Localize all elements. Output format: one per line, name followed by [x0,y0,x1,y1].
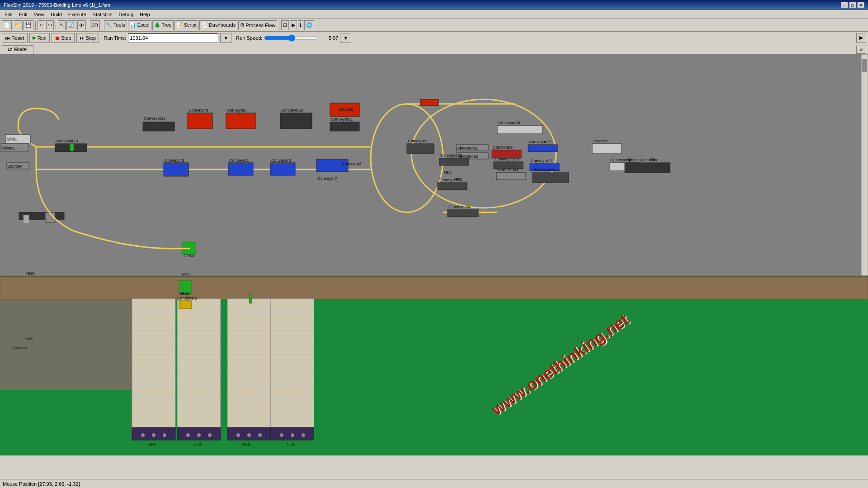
svg-text:MergeSort1: MergeSort1 [497,168,519,172]
svg-text:Injection Moulding: Injection Moulding [626,158,659,162]
bottom-section: www.onethinking.net NN7 [0,276,868,455]
close-button[interactable]: ✕ [857,2,864,8]
script-button[interactable]: 📝 Script [175,20,198,30]
stop-button[interactable]: ⏹ Stop [52,33,75,43]
svg-text:Conveyor7: Conveyor7 [408,139,428,143]
svg-text:Conveyor5: Conveyor5 [165,158,184,163]
svg-rect-47 [438,183,467,190]
dashboards-button[interactable]: 📈 Dashboards [199,20,237,30]
svg-text:BlowMoulding: BlowMoulding [533,168,559,172]
undo-button[interactable]: ↩ [38,20,45,30]
view-button[interactable]: 👁 [77,20,86,30]
svg-point-111 [186,433,190,437]
process-flow-button[interactable]: ⚙ Process Flow [238,20,277,30]
speed-slider[interactable] [264,34,318,42]
svg-rect-151 [179,300,192,309]
svg-text:NN5: NN5 [287,442,295,447]
3d-button[interactable]: 3D [90,20,100,30]
minimize-button[interactable]: − [841,2,848,8]
svg-rect-101 [177,299,221,427]
excel-button[interactable]: 📊 Excel [128,20,151,30]
menu-help[interactable]: Help [137,11,153,18]
mouse-position: Mouse Position [27.93, 2.66, -1.32] [3,481,80,487]
svg-point-97 [141,433,145,437]
new-button[interactable]: 📄 [2,20,12,30]
svg-point-99 [163,433,166,437]
info-button[interactable]: ℹ [298,20,303,30]
grid-button[interactable]: ⊞ [281,20,289,30]
run-speed-label: Run Speed: [236,35,262,41]
svg-rect-115 [221,299,227,455]
svg-text:Sink1: Sink1 [7,137,17,141]
menu-file[interactable]: File [2,11,15,18]
scroll-right-btn[interactable]: ▶ [856,33,866,43]
titlebar-title: FlexSim 2019 - 75999-Bottling Line v6 (1… [4,2,110,8]
rotate-button[interactable]: 🔄 [66,20,76,30]
svg-text:NN10: NN10 [184,253,194,258]
svg-point-113 [208,433,212,437]
menu-build[interactable]: Build [48,11,64,18]
svg-rect-28 [164,163,189,176]
close-tab-btn[interactable]: ✕ [856,46,866,54]
svg-point-127 [247,433,251,437]
svg-text:Conveyor16: Conveyor16 [56,139,78,143]
globe-button[interactable]: 🌐 [304,20,314,30]
svg-rect-63 [497,126,542,134]
svg-rect-14 [143,122,175,131]
svg-rect-144 [314,299,868,455]
maximize-button[interactable]: □ [849,2,856,8]
run-toolbar: ⏮ Reset ▶ Run ⏹ Stop ⏭ Step Run Time: ▼ … [0,32,868,44]
svg-rect-43 [439,158,469,165]
svg-rect-86 [0,390,136,455]
tabbar: 🗂 Model ✕ [0,44,868,54]
tree-button[interactable]: 🌲 Tree [152,20,174,30]
menu-debug[interactable]: Debug [116,11,136,18]
tab-model[interactable]: 🗂 Model [2,45,33,54]
speed-value: 5.07 [320,35,338,41]
svg-rect-20 [280,113,312,129]
svg-text:NN4: NN4 [182,272,190,276]
titlebar-buttons: − □ ✕ [841,2,864,8]
svg-text:Conveyor1: Conveyor1 [229,158,249,163]
open-button[interactable]: 📂 [13,20,23,30]
svg-rect-16 [188,113,212,129]
svg-text:Conveyor15: Conveyor15 [144,116,166,121]
svg-text:Conveyor9: Conveyor9 [189,108,208,113]
menu-view[interactable]: View [31,11,47,18]
play-icon: ▶ [33,35,36,41]
svg-point-141 [291,433,294,437]
svg-text:NN9: NN9 [26,271,34,276]
svg-text:Conveyor7: Conveyor7 [317,176,337,181]
speed-dropdown[interactable]: ▼ [340,33,351,43]
svg-text:Source5: Source5 [338,107,354,112]
svg-text:NN8: NN8 [193,442,202,447]
simulation-canvas[interactable]: Sink1 inliner1 Source4 Conveyor15 Convey… [0,54,868,276]
svg-point-98 [152,433,156,437]
select-button[interactable]: ↖ [58,20,66,30]
run-time-dropdown[interactable]: ▼ [220,33,231,43]
menu-statistics[interactable]: Statistics [90,11,115,18]
menu-execute[interactable]: Execute [66,11,89,18]
svg-text:Conveyor3: Conveyor3 [271,158,291,163]
svg-text:Conveyor29b: Conveyor29b [495,157,519,161]
menu-edit[interactable]: Edit [16,11,30,18]
reset-icon: ⏮ [5,35,10,41]
svg-text:Conveyor28: Conveyor28 [498,121,520,125]
play2-button[interactable]: ▶ [290,20,297,30]
svg-text:Conveyor22: Conveyor22 [529,140,551,144]
redo-button[interactable]: ↪ [46,20,54,30]
reset-button[interactable]: ⏮ Reset [2,33,28,43]
svg-text:NN9: NN9 [25,337,33,341]
step-button[interactable]: ⏭ Step [76,33,99,43]
tools-button[interactable]: 🔧 Tools [104,20,127,30]
menubar: File Edit View Build Execute Statistics … [0,10,868,19]
separator4 [102,21,102,30]
svg-text:NN6: NN6 [242,442,250,447]
run-button[interactable]: ▶ Run [29,33,50,43]
svg-point-126 [236,433,240,437]
run-time-input[interactable] [128,33,218,42]
svg-text:Conveyor11: Conveyor11 [331,117,353,122]
svg-text:FlowNode1: FlowNode1 [458,146,478,150]
stop-icon: ⏹ [55,35,60,41]
save-button[interactable]: 💾 [24,20,33,30]
